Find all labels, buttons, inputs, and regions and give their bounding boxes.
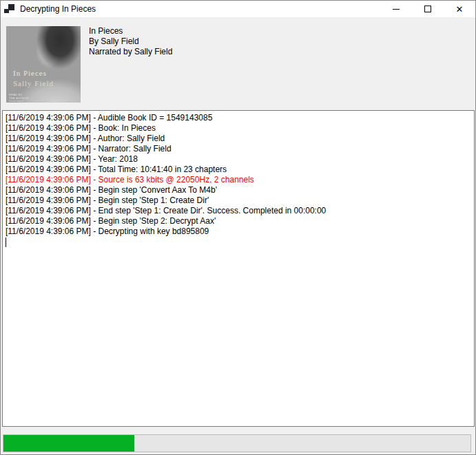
- cover-author-text: Sally Field: [13, 79, 54, 87]
- app-window: Decrypting In Pieces ✕ In Pieces Sally F…: [0, 0, 476, 455]
- close-button[interactable]: ✕: [444, 1, 475, 17]
- log-line: [11/6/2019 4:39:06 PM] - Author: Sally F…: [6, 134, 471, 144]
- log-line: [11/6/2019 4:39:06 PM] - Audible Book ID…: [6, 113, 471, 123]
- progress-bar: [3, 434, 471, 452]
- text-caret: [6, 237, 6, 247]
- title-bar[interactable]: Decrypting In Pieces ✕: [1, 1, 475, 17]
- book-info: In Pieces By Sally Field Narrated by Sal…: [89, 26, 172, 57]
- log-line-error: [11/6/2019 4:39:06 PM] - Source is 63 kb…: [6, 175, 471, 185]
- log-line: [11/6/2019 4:39:06 PM] - Total Time: 10:…: [6, 165, 471, 175]
- log-line: [11/6/2019 4:39:06 PM] - Begin step 'Con…: [6, 185, 471, 195]
- log-line: [11/6/2019 4:39:06 PM] - Year: 2018: [6, 154, 471, 165]
- log-textbox[interactable]: [11/6/2019 4:39:06 PM] - Audible Book ID…: [2, 110, 475, 427]
- book-title: In Pieces: [89, 26, 172, 36]
- book-cover-image: In Pieces Sally Field READ BY THE AUTHOR…: [6, 26, 81, 103]
- client-area: In Pieces Sally Field READ BY THE AUTHOR…: [1, 17, 475, 454]
- log-line: [11/6/2019 4:39:06 PM] - Begin step 'Ste…: [6, 195, 471, 206]
- close-icon: ✕: [456, 5, 464, 14]
- log-line: [11/6/2019 4:39:06 PM] - Decrypting with…: [6, 226, 471, 237]
- progress-bar-fill: [3, 435, 134, 452]
- window-title: Decrypting In Pieces: [20, 4, 380, 14]
- book-narrator-line: Narrated by Sally Field: [89, 47, 172, 57]
- app-icon: [4, 3, 15, 14]
- maximize-button[interactable]: [412, 1, 444, 17]
- book-author-line: By Sally Field: [89, 36, 172, 47]
- log-line: [11/6/2019 4:39:06 PM] - Book: In Pieces: [6, 123, 471, 134]
- minimize-icon: [393, 9, 400, 10]
- cover-unabridged-text: Unabridged: [9, 99, 23, 103]
- log-line: [11/6/2019 4:39:06 PM] - End step 'Step …: [6, 206, 471, 216]
- maximize-icon: [424, 6, 431, 12]
- cover-title-text: In Pieces: [13, 69, 47, 77]
- minimize-button[interactable]: [380, 1, 412, 17]
- log-line: [11/6/2019 4:39:06 PM] - Narrator: Sally…: [6, 144, 471, 154]
- log-line: [11/6/2019 4:39:06 PM] - Begin step 'Ste…: [6, 216, 471, 226]
